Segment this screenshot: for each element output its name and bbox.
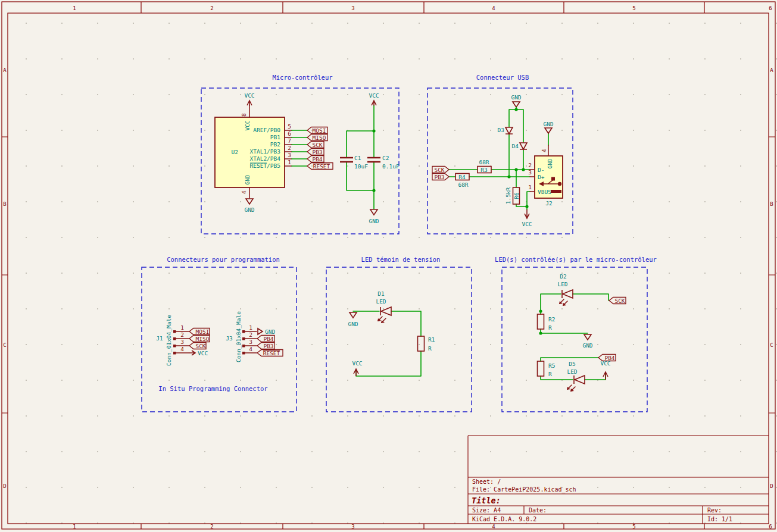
vcc-net-label: VCC xyxy=(352,360,362,367)
sheet-border: 1 2 3 4 5 6 1 2 3 4 5 6 A B C D A B C D xyxy=(2,2,775,530)
power-vcc-j1[interactable]: VCC xyxy=(189,350,208,356)
u2-pin-num: 1 xyxy=(288,159,291,165)
hier-label-j3-pb4[interactable]: PB4 xyxy=(257,336,274,342)
hier-tag-text: PB3 xyxy=(312,149,322,155)
power-gnd-usb-right[interactable]: GND xyxy=(543,121,553,133)
hier-label-sck-usb[interactable]: SCK xyxy=(432,167,449,173)
component-r1[interactable]: R1 R xyxy=(418,336,435,352)
u2-pin-num: 6 xyxy=(288,130,291,137)
power-gnd-led1[interactable]: GND xyxy=(348,312,358,327)
hier-label-miso[interactable]: MISO xyxy=(307,134,327,141)
schematic-sheet[interactable]: 1 2 3 4 5 6 1 2 3 4 5 6 A B C D A B C D … xyxy=(0,0,777,532)
title-block-size: Size: A4 xyxy=(472,507,501,514)
component-u2[interactable]: U2 VCC GND AREF/PB0 PB1 PB2 XTAL1/PB3 XT… xyxy=(215,106,292,198)
u2-pin-name-vcc: VCC xyxy=(244,120,251,130)
usb-wires[interactable] xyxy=(449,107,548,209)
frame-row-label: C xyxy=(770,342,773,348)
gnd-net-label: GND xyxy=(348,321,358,327)
u2-ref: U2 xyxy=(232,149,238,155)
r6-value: 1.5kR xyxy=(505,187,511,204)
component-r3[interactable]: 68R R3 xyxy=(478,159,491,173)
power-vcc-caps[interactable]: VCC xyxy=(369,92,379,106)
title-block-app: KiCad E.D.A. 9.0.2 xyxy=(472,516,536,522)
u2-pin-name: RESET/PB5 xyxy=(250,162,280,169)
power-gnd-caps[interactable]: GND xyxy=(369,209,379,224)
section-title-usb[interactable]: Connecteur USB xyxy=(476,74,529,81)
hier-label-sck-led2[interactable]: SCK xyxy=(609,298,626,304)
section-title-prog[interactable]: Connecteurs pour programmation xyxy=(167,256,280,263)
hier-label-j1-miso[interactable]: MISO xyxy=(189,336,210,342)
section-micro: Micro-contrôleur U2 VCC GND AREF/PB0 PB1… xyxy=(201,74,400,234)
power-vcc-usb[interactable]: VCC xyxy=(522,209,532,227)
junction-dot xyxy=(514,168,517,171)
section-title-led1[interactable]: LED témoin de tension xyxy=(361,256,441,263)
vcc-net-label: VCC xyxy=(369,92,379,99)
r3-ref: R3 xyxy=(480,167,487,173)
power-gnd-usb-top[interactable]: GND xyxy=(511,94,521,107)
power-gnd-led2[interactable]: GND xyxy=(582,334,592,349)
hier-label-sck[interactable]: SCK xyxy=(307,142,324,148)
junction-dot xyxy=(539,331,542,334)
junction-dot xyxy=(514,108,517,111)
power-gnd-u2[interactable]: GND xyxy=(244,199,254,213)
section-box-led2[interactable] xyxy=(502,267,647,412)
gnd-triangle-right-icon xyxy=(258,328,263,334)
component-r5[interactable]: R5 R xyxy=(538,361,556,377)
component-r6[interactable]: 1.5kR R6 xyxy=(505,187,520,204)
hier-label-pb4[interactable]: PB4 xyxy=(307,156,324,162)
hier-tag-text: MISO xyxy=(196,336,210,342)
frame-row-label: B xyxy=(770,201,773,207)
hier-label-j1-mosi[interactable]: MOSI xyxy=(189,328,210,335)
power-vcc-u2[interactable]: VCC xyxy=(244,92,254,106)
component-d2[interactable]: D2 LED xyxy=(557,273,573,306)
section-title-led2[interactable]: LED(s) contrôlée(s) par le micro-contrôl… xyxy=(495,256,657,263)
r2-ref: R2 xyxy=(548,316,555,323)
component-r4[interactable]: R4 68R xyxy=(455,174,469,189)
component-j2[interactable]: 2 3 1 4 D- D+ VBUS GND J2 xyxy=(528,145,563,206)
hier-label-j3-pb3[interactable]: PB3 xyxy=(257,343,274,349)
u2-pin-name: XTAL2/PB4 xyxy=(250,155,281,162)
hier-label-mosi[interactable]: MOSI xyxy=(307,127,327,134)
hier-label-j1-sck[interactable]: SCK xyxy=(189,343,206,349)
j3-pin-pad xyxy=(242,352,245,355)
hier-label-pb3-usb[interactable]: PB3 xyxy=(432,174,449,180)
gnd-net-label: GND xyxy=(265,328,275,335)
junction-dot xyxy=(539,309,542,312)
vcc-net-label: VCC xyxy=(244,92,254,99)
power-gnd-j3[interactable]: GND xyxy=(258,328,275,335)
power-vcc-led1[interactable]: VCC xyxy=(352,360,362,376)
j3-pin-num: 3 xyxy=(249,339,252,345)
title-block[interactable]: Sheet: / File: CartePeiP2025.kicad_sch T… xyxy=(468,436,769,524)
hier-label-j3-reset[interactable]: RESET xyxy=(257,350,283,356)
component-d4[interactable]: D4 xyxy=(512,143,527,149)
frame-col-label: 5 xyxy=(632,5,635,11)
component-d1[interactable]: D1 LED xyxy=(376,290,391,323)
component-c1[interactable]: C1 10uF xyxy=(340,155,368,170)
hier-label-pb3[interactable]: PB3 xyxy=(307,149,324,155)
component-d5[interactable]: D5 LED xyxy=(567,361,585,392)
power-vcc-led2[interactable]: VCC xyxy=(600,360,610,380)
hier-label-reset[interactable]: RESET xyxy=(307,163,333,170)
j3-ref: J3 xyxy=(226,335,232,342)
component-j3[interactable]: J3 Conn_01x04_Male 1 2 3 4 xyxy=(226,311,257,362)
d2-ref: D2 xyxy=(560,273,566,280)
section-box-led1[interactable] xyxy=(326,267,472,412)
u2-pin-name: XTAL1/PB3 xyxy=(250,148,280,155)
component-r2[interactable]: R2 R xyxy=(538,314,556,331)
j3-pin-pad xyxy=(242,330,245,333)
u2-pin-num-8: 8 xyxy=(241,113,247,117)
u2-tag-wires[interactable] xyxy=(292,130,307,166)
led1-wires[interactable] xyxy=(353,311,421,376)
junction-dot xyxy=(372,129,375,132)
section-prog: Connecteurs pour programmation In Situ P… xyxy=(142,256,297,412)
component-c2[interactable]: C2 0.1uF xyxy=(367,155,400,170)
u2-pin-name: PB1 xyxy=(270,134,280,140)
gnd-triangle-icon xyxy=(513,102,520,107)
d2-value: LED xyxy=(557,281,567,287)
component-d3[interactable]: D3 xyxy=(498,127,513,134)
d5-ref: D5 xyxy=(569,361,575,367)
section-title-micro[interactable]: Micro-contrôleur xyxy=(272,74,332,81)
u2-pin-num: 3 xyxy=(288,152,291,158)
component-j1[interactable]: J1 Conn_01x04_Male 1 2 3 4 xyxy=(156,315,189,366)
prog-note[interactable]: In Situ Programming Connector xyxy=(158,385,267,392)
